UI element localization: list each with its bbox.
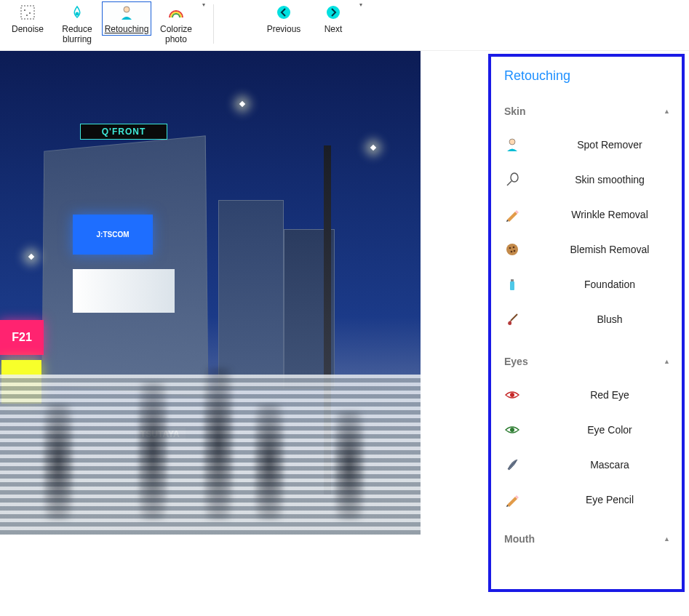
tool-mascara[interactable]: Mascara bbox=[504, 447, 670, 482]
wand-icon bbox=[504, 172, 520, 188]
previous-icon bbox=[274, 3, 293, 22]
image-canvas[interactable]: Q'FRONT J:TSCOM F21 TSUTAYA bbox=[0, 51, 421, 535]
retouching-label: Retouching bbox=[105, 24, 149, 34]
svg-line-10 bbox=[507, 181, 511, 185]
tool-eye-pencil[interactable]: Eye Pencil bbox=[504, 482, 670, 517]
canvas-f21: F21 bbox=[0, 320, 44, 355]
main-area: Q'FRONT J:TSCOM F21 TSUTAYA Retouching S… bbox=[0, 51, 689, 616]
svg-point-1 bbox=[24, 9, 25, 11]
reduce-blurring-button[interactable]: Reduce blurring bbox=[52, 1, 102, 47]
svg-rect-0 bbox=[21, 6, 34, 19]
reduce-blurring-label: Reduce blurring bbox=[62, 24, 92, 45]
next-button[interactable]: Next bbox=[308, 1, 358, 36]
cookie-icon bbox=[504, 241, 520, 257]
tool-red-eye[interactable]: Red Eye bbox=[504, 377, 670, 412]
eye-green-icon bbox=[504, 422, 520, 438]
feather-icon bbox=[504, 457, 520, 473]
tool-skin-smoothing[interactable]: Skin smoothing bbox=[504, 162, 670, 197]
svg-point-19 bbox=[510, 393, 514, 397]
tool-label: Mascara bbox=[549, 459, 670, 471]
next-icon bbox=[324, 3, 343, 22]
tool-blush[interactable]: Blush bbox=[504, 302, 670, 337]
canvas-billboard: J:TSCOM bbox=[73, 215, 153, 255]
rainbow-icon bbox=[167, 3, 186, 22]
denoise-button[interactable]: Denoise bbox=[3, 1, 52, 36]
canvas-logo: Q'FRONT bbox=[80, 124, 167, 140]
mouth-section-header[interactable]: Mouth ▲ bbox=[504, 533, 670, 545]
tool-label: Eye Color bbox=[549, 424, 670, 436]
retouching-button[interactable]: Retouching bbox=[102, 1, 151, 36]
svg-point-5 bbox=[124, 7, 130, 12]
svg-point-2 bbox=[29, 12, 31, 14]
tool-label: Foundation bbox=[549, 279, 670, 290]
canvas-billboard-white bbox=[73, 269, 175, 313]
svg-point-4 bbox=[76, 12, 79, 16]
svg-rect-17 bbox=[511, 279, 514, 281]
svg-point-13 bbox=[513, 247, 515, 249]
svg-point-7 bbox=[327, 6, 340, 19]
eyes-section-label: Eyes bbox=[504, 356, 528, 367]
tool-label: Spot Remover bbox=[549, 139, 670, 151]
collapse-arrow-icon: ▲ bbox=[664, 108, 670, 115]
svg-point-11 bbox=[506, 244, 518, 255]
svg-rect-16 bbox=[510, 281, 514, 290]
tool-label: Blemish Removal bbox=[549, 244, 670, 255]
drop-icon bbox=[68, 3, 87, 22]
tool-wrinkle-removal[interactable]: Wrinkle Removal bbox=[504, 197, 670, 232]
next-label: Next bbox=[324, 24, 343, 34]
svg-point-20 bbox=[510, 428, 514, 432]
toolbar-group-dropdown-2[interactable]: ▾ bbox=[358, 1, 364, 12]
tool-foundation[interactable]: Foundation bbox=[504, 267, 670, 302]
svg-point-8 bbox=[509, 139, 515, 145]
skin-section-label: Skin bbox=[504, 105, 526, 117]
tool-label: Eye Pencil bbox=[549, 494, 670, 505]
panel-title: Retouching bbox=[504, 68, 670, 84]
collapse-arrow-icon: ▲ bbox=[664, 358, 670, 365]
colorize-photo-button[interactable]: Colorize photo bbox=[151, 1, 201, 47]
collapse-arrow-icon: ▲ bbox=[664, 535, 670, 543]
bottle-icon bbox=[504, 276, 520, 292]
svg-line-21 bbox=[508, 461, 516, 469]
eye-red-icon bbox=[504, 387, 520, 403]
denoise-icon bbox=[18, 3, 37, 22]
pencil-icon bbox=[504, 207, 520, 223]
person-icon bbox=[504, 137, 520, 153]
pencil-icon bbox=[504, 492, 520, 508]
tool-label: Skin smoothing bbox=[549, 174, 670, 185]
colorize-label: Colorize photo bbox=[160, 24, 192, 45]
toolbar-group-dropdown-1[interactable]: ▾ bbox=[201, 1, 207, 12]
denoise-label: Denoise bbox=[12, 24, 44, 34]
svg-point-14 bbox=[511, 251, 513, 253]
tool-label: Red Eye bbox=[549, 389, 670, 401]
svg-point-12 bbox=[509, 247, 511, 249]
eyes-section-header[interactable]: Eyes ▲ bbox=[504, 356, 670, 367]
mouth-section-label: Mouth bbox=[504, 533, 535, 545]
person-icon bbox=[117, 3, 136, 22]
tool-spot-remover[interactable]: Spot Remover bbox=[504, 127, 670, 162]
svg-point-6 bbox=[277, 6, 290, 19]
tool-label: Wrinkle Removal bbox=[549, 209, 670, 220]
previous-button[interactable]: Previous bbox=[259, 1, 308, 36]
toolbar: Denoise Reduce blurring Retouching bbox=[0, 0, 689, 51]
svg-point-3 bbox=[26, 15, 28, 16]
retouching-panel: Retouching Skin ▲ Spot Remover Skin smoo… bbox=[488, 54, 685, 592]
svg-point-9 bbox=[511, 173, 518, 182]
skin-section-header[interactable]: Skin ▲ bbox=[504, 105, 670, 117]
tool-label: Blush bbox=[549, 313, 670, 325]
previous-label: Previous bbox=[267, 24, 301, 34]
svg-line-18 bbox=[511, 314, 517, 321]
tool-blemish-removal[interactable]: Blemish Removal bbox=[504, 232, 670, 267]
svg-point-15 bbox=[514, 250, 516, 252]
brush-icon bbox=[504, 311, 520, 327]
tool-eye-color[interactable]: Eye Color bbox=[504, 412, 670, 447]
